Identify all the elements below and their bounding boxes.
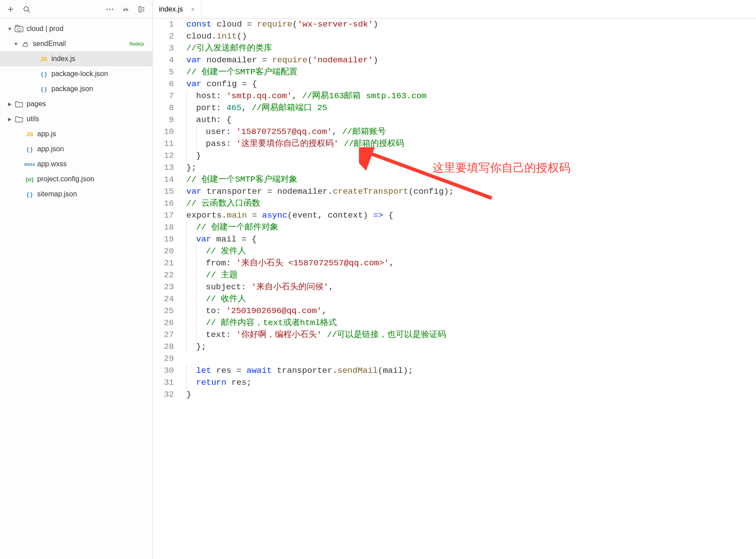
line-number: 22: [153, 269, 174, 281]
code-line: var transporter = nodemailer.createTrans…: [186, 186, 756, 198]
cloud-fn-icon: [20, 39, 30, 49]
svg-point-2: [109, 8, 111, 10]
json-blue-icon: { }: [25, 189, 35, 199]
toggle-icon: [31, 55, 38, 62]
code-line: // 云函数入口函数: [186, 198, 756, 210]
tree-item-package-json[interactable]: { }package.json: [0, 81, 152, 96]
code-line: // 创建一个SMTP客户端对象: [186, 174, 756, 186]
toggle-icon: ▶: [6, 115, 13, 123]
code-line: // 邮件内容，text或者html格式: [186, 317, 756, 329]
json-blue-icon: { }: [25, 144, 35, 154]
tree-item-pages[interactable]: ▶pages: [0, 96, 152, 111]
code-line: }: [186, 389, 756, 401]
tab-label: index.js: [159, 5, 183, 13]
code-line: var mail = {: [186, 234, 756, 245]
wxss-icon: wxss: [25, 159, 35, 169]
line-number: 11: [153, 138, 174, 150]
line-number: 6: [153, 78, 174, 90]
code-line: pass: '这里要填你自己的授权码' //邮箱的授权码: [186, 138, 756, 150]
code-line: // 创建一个邮件对象: [186, 222, 756, 234]
line-number: 10: [153, 126, 174, 138]
tree-item-label: sendEmail: [33, 40, 66, 48]
tree-item-label: app.js: [37, 130, 56, 138]
svg-rect-5: [15, 27, 23, 32]
code-line: port: 465, //网易邮箱端口 25: [186, 102, 756, 114]
code-line: to: '2501902696@qq.com',: [186, 305, 756, 317]
svg-point-3: [112, 8, 113, 10]
line-number: 27: [153, 329, 174, 341]
add-button[interactable]: [3, 1, 19, 17]
tree-item-project-config-json[interactable]: {o}project.config.json: [0, 172, 152, 187]
code-line: const cloud = require('wx-server-sdk'): [186, 19, 756, 31]
code-content: 这里要填写你自己的授权码 const cloud = require('wx-s…: [182, 19, 756, 559]
code-line: // 创建一个SMTP客户端配置: [186, 66, 756, 78]
svg-rect-4: [139, 7, 141, 12]
line-number: 16: [153, 198, 174, 210]
toggle-icon: [31, 85, 38, 92]
tree-item-package-lock-json[interactable]: { }package-lock.json: [0, 66, 152, 81]
json-blue-icon: { }: [39, 84, 49, 94]
folder-icon: [14, 114, 24, 124]
line-number: 31: [153, 377, 174, 389]
line-number: 18: [153, 222, 174, 234]
line-number: 8: [153, 102, 174, 114]
line-number: 2: [153, 31, 174, 42]
tree-item-app-js[interactable]: JSapp.js: [0, 126, 152, 142]
line-number: 26: [153, 317, 174, 329]
tree-item-label: index.js: [51, 55, 75, 63]
tree-item-label: package-lock.json: [51, 70, 108, 78]
close-icon[interactable]: ×: [191, 5, 195, 13]
sidebar: ▼cloud | prod▼sendEmailNodejsJSindex.js{…: [0, 0, 153, 559]
tree-item-label: package.json: [51, 85, 93, 93]
tree-item-sendemail[interactable]: ▼sendEmailNodejs: [0, 36, 152, 51]
line-number: 14: [153, 174, 174, 186]
tab-index-js[interactable]: index.js ×: [153, 0, 201, 18]
code-line: };: [186, 341, 756, 353]
line-number: 9: [153, 114, 174, 126]
toggle-icon: [17, 176, 24, 183]
line-number: 12: [153, 150, 174, 162]
settings-button[interactable]: [134, 1, 150, 17]
tree-item-app-json[interactable]: { }app.json: [0, 142, 152, 157]
collapse-button[interactable]: [118, 1, 134, 17]
tree-item-label: app.wxss: [37, 160, 67, 168]
code-line: }: [186, 150, 756, 162]
code-editor[interactable]: 1234567891011121314151617181920212223242…: [153, 19, 756, 559]
toggle-icon: [17, 161, 24, 168]
cloud-folder-icon: [14, 24, 24, 34]
file-tree: ▼cloud | prod▼sendEmailNodejsJSindex.js{…: [0, 19, 152, 559]
tree-item-label: cloud | prod: [27, 25, 63, 33]
code-line: auth: {: [186, 114, 756, 126]
line-number: 21: [153, 257, 174, 269]
json-green-icon: {o}: [25, 174, 35, 184]
line-gutter: 1234567891011121314151617181920212223242…: [153, 19, 182, 559]
tree-item-sitemap-json[interactable]: { }sitemap.json: [0, 187, 152, 202]
js-icon: JS: [39, 54, 49, 64]
code-line: };: [186, 162, 756, 174]
code-line: subject: '来自小石头的问候',: [186, 281, 756, 293]
line-number: 7: [153, 90, 174, 102]
tree-item-label: utils: [27, 115, 39, 123]
editor-area: index.js × 12345678910111213141516171819…: [153, 0, 756, 559]
tree-item-cloud-prod[interactable]: ▼cloud | prod: [0, 21, 152, 36]
code-line: host: 'smtp.qq.com', //网易163邮箱 smtp.163.…: [186, 90, 756, 102]
tree-item-index-js[interactable]: JSindex.js: [0, 51, 152, 66]
toggle-icon: [17, 130, 24, 138]
line-number: 30: [153, 365, 174, 377]
code-line: return res;: [186, 377, 756, 389]
line-number: 29: [153, 353, 174, 365]
code-line: var config = {: [186, 78, 756, 90]
tree-item-label: project.config.json: [37, 175, 94, 183]
more-button[interactable]: [102, 1, 118, 17]
code-line: cloud.init(): [186, 31, 756, 42]
code-line: from: '来自小石头 <1587072557@qq.com>',: [186, 257, 756, 269]
search-button[interactable]: [19, 1, 35, 17]
code-line: text: '你好啊，编程小石头' //可以是链接，也可以是验证码: [186, 329, 756, 341]
toggle-icon: ▼: [6, 25, 13, 32]
tree-item-utils[interactable]: ▶utils: [0, 111, 152, 126]
tree-item-app-wxss[interactable]: wxssapp.wxss: [0, 157, 152, 172]
line-number: 32: [153, 389, 174, 401]
svg-point-0: [24, 7, 28, 11]
line-number: 23: [153, 281, 174, 293]
line-number: 19: [153, 234, 174, 245]
